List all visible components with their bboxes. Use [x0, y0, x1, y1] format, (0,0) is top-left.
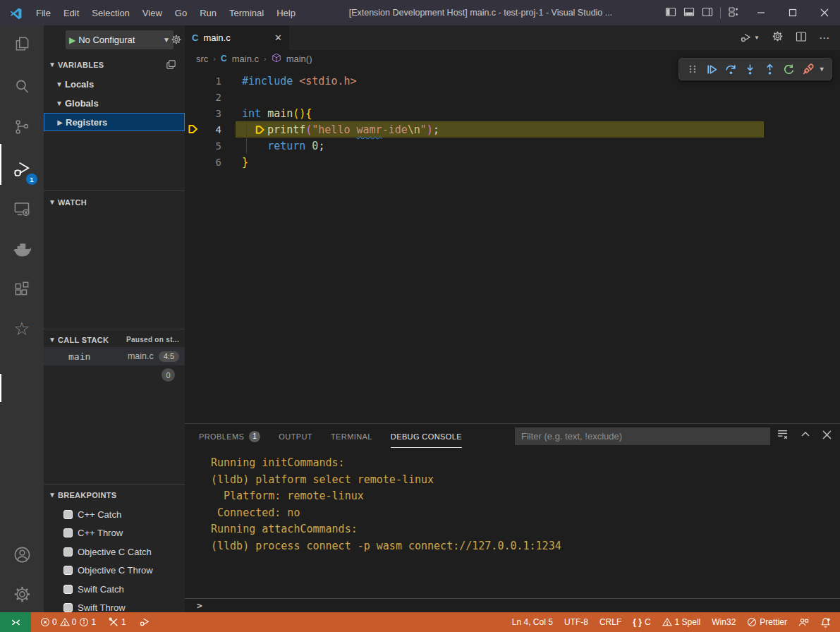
debug-config-dropdown[interactable]: ▶ No Configurat ▼: [66, 30, 174, 49]
minimize-button[interactable]: [745, 0, 777, 25]
menu-help[interactable]: Help: [270, 0, 302, 25]
breakpoint-checkbox[interactable]: [63, 528, 73, 537]
step-over-button[interactable]: [723, 60, 740, 78]
breakpoint-item[interactable]: Objective C Catch: [44, 542, 185, 561]
code-editor[interactable]: 1#include <stdio.h>23int main(){4 printf…: [185, 67, 840, 423]
continue-button[interactable]: [703, 60, 720, 78]
code-line[interactable]: 5 return 0;: [185, 138, 840, 154]
copy-icon[interactable]: [166, 59, 176, 71]
disconnect-button[interactable]: [800, 60, 817, 78]
code-line[interactable]: 4 printf("hello wamr-ide\n");: [185, 121, 840, 138]
close-button[interactable]: [808, 0, 840, 25]
code-line[interactable]: 2: [185, 89, 840, 105]
start-debug-icon[interactable]: ▶: [69, 35, 75, 45]
code-line[interactable]: 3int main(){: [185, 105, 840, 121]
glyph-margin[interactable]: [185, 138, 199, 154]
spell-checker-status[interactable]: 1 Spell: [659, 617, 705, 627]
tab-main-c[interactable]: C main.c ✕: [185, 25, 289, 50]
breakpoint-item[interactable]: C++ Throw: [44, 524, 185, 543]
breadcrumb-symbol[interactable]: main(): [286, 54, 312, 64]
remote-explorer-icon[interactable]: [0, 192, 44, 226]
glyph-margin[interactable]: [185, 73, 199, 89]
panel-tab-terminal[interactable]: TERMINAL: [331, 424, 372, 448]
toggle-secondary-sidebar-icon[interactable]: [702, 6, 713, 20]
panel-tab-problems[interactable]: PROBLEMS1: [199, 424, 260, 448]
clear-console-icon[interactable]: [777, 428, 789, 443]
step-into-button[interactable]: [742, 60, 759, 78]
menu-go[interactable]: Go: [169, 0, 193, 25]
breakpoint-item[interactable]: C++ Catch: [44, 505, 185, 524]
maximize-button[interactable]: [777, 0, 808, 25]
toolbar-drag-handle[interactable]: [684, 60, 701, 78]
run-or-debug-button[interactable]: ▼: [740, 32, 760, 44]
breakpoint-checkbox[interactable]: [63, 510, 73, 519]
accounts-icon[interactable]: [0, 537, 44, 571]
encoding-status[interactable]: UTF-8: [561, 617, 592, 627]
open-launch-json-gear-icon[interactable]: [171, 34, 182, 48]
maximize-panel-icon[interactable]: [801, 430, 810, 442]
breakpoint-item[interactable]: Swift Catch: [44, 580, 185, 599]
toggle-panel-icon[interactable]: [683, 6, 695, 20]
variables-scope-registers[interactable]: ▶ Registers: [44, 113, 185, 131]
breakpoint-checkbox[interactable]: [63, 547, 73, 557]
breakpoints-section-header[interactable]: ▼ BREAKPOINTS: [44, 487, 185, 503]
breakpoint-checkbox[interactable]: [63, 566, 73, 575]
debug-console-input-row[interactable]: >: [185, 598, 840, 613]
extensions-icon[interactable]: [0, 272, 44, 306]
glyph-margin[interactable]: [185, 89, 199, 105]
panel-tab-output[interactable]: OUTPUT: [279, 424, 312, 448]
platform-status[interactable]: Win32: [708, 617, 739, 627]
toggle-sidebar-icon[interactable]: [665, 6, 676, 20]
notifications-bell-icon[interactable]: [817, 617, 834, 628]
debug-pointer-glyph[interactable]: [185, 121, 199, 138]
close-panel-icon[interactable]: [822, 430, 832, 442]
favorites-star-icon[interactable]: ☆: [0, 312, 44, 346]
variables-scope-globals[interactable]: ▼ Globals: [44, 94, 185, 112]
glyph-margin[interactable]: [185, 154, 199, 170]
close-tab-icon[interactable]: ✕: [274, 32, 282, 43]
call-stack-frame-row[interactable]: main main.c 4:5: [44, 347, 185, 365]
run-and-debug-icon[interactable]: 1: [0, 152, 44, 186]
menu-view[interactable]: View: [136, 0, 169, 25]
code-line[interactable]: 6}: [185, 154, 840, 170]
search-icon[interactable]: [0, 69, 44, 103]
tasks-status[interactable]: 1: [105, 617, 130, 627]
docker-icon[interactable]: [0, 232, 44, 266]
menu-edit[interactable]: Edit: [57, 0, 85, 25]
chevron-down-icon[interactable]: ▼: [819, 66, 827, 73]
restart-button[interactable]: [780, 60, 797, 78]
breakpoint-checkbox[interactable]: [63, 585, 73, 594]
breadcrumb-file[interactable]: main.c: [232, 54, 259, 64]
breakpoint-checkbox[interactable]: [63, 603, 73, 612]
feedback-icon[interactable]: [795, 617, 812, 628]
watch-section-header[interactable]: ▼ WATCH: [44, 194, 185, 210]
problems-status[interactable]: 0 0 1: [37, 617, 99, 627]
eol-status[interactable]: CRLF: [596, 617, 625, 627]
call-stack-section-header[interactable]: ▼ CALL STACK Paused on st...: [44, 332, 185, 348]
variables-scope-locals[interactable]: ▼ Locals: [44, 75, 185, 93]
more-actions-icon[interactable]: ⋯: [819, 32, 830, 44]
formatter-status[interactable]: Prettier: [743, 617, 791, 627]
settings-gear-icon[interactable]: [0, 577, 44, 611]
customize-layout-icon[interactable]: [728, 6, 739, 20]
menu-run[interactable]: Run: [193, 0, 223, 25]
debug-status-icon[interactable]: [135, 616, 154, 628]
cursor-position-status[interactable]: Ln 4, Col 5: [509, 617, 556, 627]
variables-section-header[interactable]: ▼ VARIABLES: [44, 56, 185, 73]
panel-tab-debug-console[interactable]: DEBUG CONSOLE: [391, 424, 462, 448]
source-control-icon[interactable]: [0, 110, 44, 144]
split-editor-icon[interactable]: [796, 31, 807, 45]
breakpoint-item[interactable]: Objective C Throw: [44, 561, 185, 581]
remote-indicator[interactable]: [0, 612, 31, 632]
menu-file[interactable]: File: [30, 0, 57, 25]
glyph-margin[interactable]: [185, 105, 199, 121]
menu-terminal[interactable]: Terminal: [223, 0, 270, 25]
breakpoint-label: C++ Throw: [78, 528, 123, 538]
editor-settings-gear-icon[interactable]: [772, 30, 784, 45]
console-filter-input[interactable]: [515, 427, 770, 445]
step-out-button[interactable]: [761, 60, 778, 78]
explorer-icon[interactable]: [0, 27, 44, 61]
breadcrumb-folder[interactable]: src: [196, 54, 208, 64]
menu-selection[interactable]: Selection: [85, 0, 135, 25]
language-mode-status[interactable]: { } C: [629, 617, 654, 627]
